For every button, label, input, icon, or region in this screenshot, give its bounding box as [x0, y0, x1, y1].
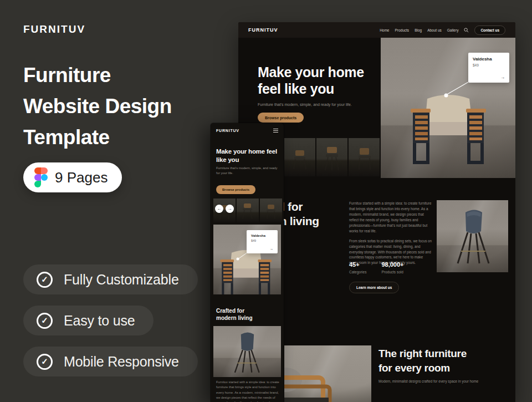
- page-title-line: Template: [23, 122, 212, 153]
- nav-link-gallery[interactable]: Gallery: [447, 28, 459, 32]
- arrow-right-icon[interactable]: →: [226, 205, 234, 213]
- feature-label: Fully Customizable: [64, 272, 179, 288]
- browse-products-button[interactable]: Browse products: [258, 113, 304, 123]
- mobile-navbar: FURNITUV: [211, 123, 284, 133]
- thumbnail-photo[interactable]: [284, 138, 315, 176]
- product-price: $49: [473, 63, 505, 67]
- hamburger-icon[interactable]: [273, 129, 278, 133]
- mobile-hero-subtext: Furniture that's modern, simple, and rea…: [216, 166, 278, 176]
- product-name: Valdesha: [473, 57, 505, 62]
- figma-icon: [34, 167, 48, 187]
- feature-pill-easy-to-use: ✓ Easy to use: [23, 306, 154, 335]
- desktop-logo: FURNITUV: [248, 27, 278, 33]
- mobile-mockup: FURNITUV Make your home feel like you Fu…: [211, 123, 284, 402]
- nav-link-blog[interactable]: Blog: [415, 28, 422, 32]
- stat-label: Categories: [349, 270, 366, 274]
- feature-list: ✓ Fully Customizable ✓ Easy to use ✓ Mob…: [23, 264, 198, 376]
- thumbnail-photo[interactable]: [349, 138, 380, 176]
- mobile-crafted-heading-line: modern living: [216, 315, 253, 322]
- nav-link-products[interactable]: Products: [395, 28, 409, 32]
- page-title: Furniture Website Design Template: [23, 60, 212, 153]
- rooms-section: The right furniture for every room Moder…: [378, 347, 506, 383]
- thumbnail-photo[interactable]: [316, 138, 347, 176]
- stat-label: Products sold: [381, 270, 403, 274]
- stool-photo: [437, 200, 508, 272]
- arrow-right-icon[interactable]: →: [500, 75, 505, 80]
- hero-product-photo: Valdesha $49 →: [381, 38, 515, 178]
- contact-us-button[interactable]: Contact us: [474, 26, 505, 35]
- rooms-heading: The right furniture for every room: [378, 347, 506, 375]
- mobile-hero-photo: Valdesha $49 →: [213, 225, 281, 294]
- check-icon: ✓: [37, 272, 53, 288]
- search-icon[interactable]: [464, 28, 469, 33]
- product-name: Valdesha: [251, 234, 273, 237]
- mobile-about-paragraph: Furnituv started with a simple idea: to …: [216, 380, 279, 402]
- hero-heading-line: Make your home: [258, 64, 374, 80]
- nav-link-home[interactable]: Home: [380, 28, 389, 32]
- stat-value: 45+: [349, 261, 366, 268]
- desktop-hero: Make your home feel like you Furniture t…: [258, 64, 374, 123]
- feature-pill-mobile-responsive: ✓ Mobile Responsive: [23, 347, 198, 376]
- feature-pill-fully-customizable: ✓ Fully Customizable: [23, 264, 198, 294]
- pages-badge-label: 9 Pages: [55, 169, 108, 186]
- arrow-left-icon[interactable]: ←: [215, 205, 223, 213]
- arrow-right-icon[interactable]: →: [270, 247, 274, 251]
- product-price: $49: [251, 239, 273, 242]
- stats-row: 45+ Categories 98,000+ Products sold: [349, 261, 404, 274]
- mobile-logo: FURNITUV: [216, 129, 239, 133]
- pages-badge: 9 Pages: [23, 162, 122, 192]
- page-title-line: Website Design: [23, 91, 212, 122]
- about-paragraph: Furnituv started with a simple idea: to …: [349, 201, 432, 234]
- mobile-crafted-heading-line: Crafted for: [216, 308, 253, 315]
- feature-label: Easy to use: [64, 313, 135, 329]
- thumbnail-photo[interactable]: [260, 199, 282, 222]
- about-paragraphs: Furnituv started with a simple idea: to …: [349, 201, 432, 266]
- mobile-stool-photo: [213, 326, 281, 377]
- product-card[interactable]: Valdesha $49 →: [247, 230, 278, 253]
- brand-logo: FURNITUV: [23, 23, 212, 35]
- mobile-hero-heading-line: like you: [216, 156, 280, 164]
- left-panel: FURNITUV Furniture Website Design Templa…: [23, 23, 212, 153]
- thumbnail-photo[interactable]: [237, 199, 259, 222]
- carousel-arrows: ← →: [215, 205, 234, 213]
- mobile-hero-heading: Make your home feel like you: [216, 147, 280, 164]
- feature-label: Mobile Responsive: [64, 354, 179, 370]
- room-photo: [284, 345, 371, 402]
- stat-value: 98,000+: [381, 261, 403, 268]
- desktop-navbar: FURNITUV Home Products Blog About us Gal…: [238, 22, 515, 38]
- nav-link-about-us[interactable]: About us: [427, 28, 442, 32]
- mobile-hero-heading-line: Make your home feel: [216, 147, 280, 156]
- mobile-browse-products-button[interactable]: Browse products: [216, 185, 255, 194]
- check-icon: ✓: [37, 354, 53, 370]
- hero-heading-line: feel like you: [258, 80, 374, 97]
- rooms-heading-line: The right furniture: [378, 347, 506, 361]
- stat-categories: 45+ Categories: [349, 261, 366, 274]
- learn-more-button[interactable]: Learn more about us: [349, 282, 399, 293]
- product-card[interactable]: Valdesha $49 →: [468, 53, 509, 83]
- page-title-line: Furniture: [23, 60, 212, 91]
- check-icon: ✓: [37, 313, 53, 329]
- desktop-thumbnail-strip: [284, 138, 380, 176]
- hero-subtext: Furniture that's modern, simple, and rea…: [258, 103, 374, 106]
- stat-products-sold: 98,000+ Products sold: [381, 261, 403, 274]
- mobile-crafted-heading: Crafted for modern living: [216, 308, 253, 322]
- template-showcase: FURNITUV Furniture Website Design Templa…: [0, 0, 532, 402]
- hero-heading: Make your home feel like you: [258, 64, 374, 97]
- rooms-heading-line: for every room: [378, 361, 506, 375]
- rooms-subtext: Modern, minimalist designs crafted for e…: [378, 379, 506, 383]
